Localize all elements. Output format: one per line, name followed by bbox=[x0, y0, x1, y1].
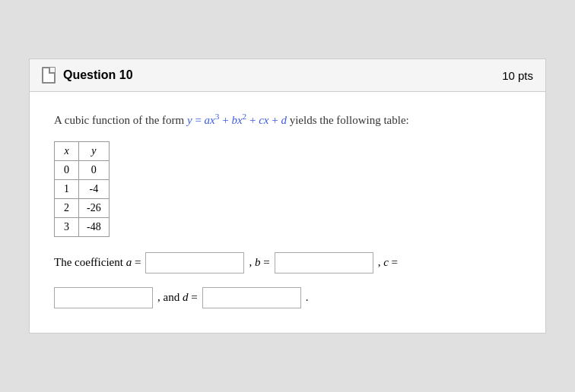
header-left: Question 10 bbox=[42, 67, 133, 84]
period: . bbox=[306, 291, 309, 304]
a-input[interactable] bbox=[145, 252, 244, 273]
coefficient-label: The coefficient a = bbox=[54, 256, 141, 269]
table-row: 2 -26 bbox=[55, 198, 110, 217]
cell-x-0: 0 bbox=[55, 160, 79, 179]
question-card: Question 10 10 pts A cubic function of t… bbox=[29, 58, 546, 334]
cell-y-0: 0 bbox=[79, 160, 110, 179]
problem-text: A cubic function of the form y = ax3 + b… bbox=[54, 110, 521, 129]
question-points: 10 pts bbox=[502, 69, 533, 82]
data-table: x y 0 0 1 -4 2 -26 3 -48 bbox=[54, 141, 110, 237]
cell-x-3: 3 bbox=[55, 217, 79, 236]
c-label: , c = bbox=[378, 256, 398, 269]
question-body: A cubic function of the form y = ax3 + b… bbox=[30, 92, 545, 333]
cell-y-1: -4 bbox=[79, 179, 110, 198]
table-row: 0 0 bbox=[55, 160, 110, 179]
c-input[interactable] bbox=[54, 287, 153, 308]
text-after: yields the following table: bbox=[290, 114, 409, 126]
text-before: A cubic function of the form bbox=[54, 114, 187, 126]
table-header-row: x y bbox=[55, 141, 110, 160]
table-row: 3 -48 bbox=[55, 217, 110, 236]
table-row: 1 -4 bbox=[55, 179, 110, 198]
question-header: Question 10 10 pts bbox=[30, 59, 545, 92]
d-input[interactable] bbox=[202, 287, 301, 308]
b-label: , b = bbox=[249, 256, 269, 269]
cell-y-2: -26 bbox=[79, 198, 110, 217]
cell-x-2: 2 bbox=[55, 198, 79, 217]
equation: y = ax3 + bx2 + cx + d bbox=[187, 114, 290, 126]
second-row: , and d = . bbox=[54, 287, 521, 308]
col-x-header: x bbox=[55, 141, 79, 160]
col-y-header: y bbox=[79, 141, 110, 160]
cell-x-1: 1 bbox=[55, 179, 79, 198]
coefficient-row: The coefficient a = , b = , c = bbox=[54, 252, 521, 273]
cell-y-3: -48 bbox=[79, 217, 110, 236]
b-input[interactable] bbox=[275, 252, 373, 273]
and-d-label: , and d = bbox=[157, 291, 198, 304]
document-icon bbox=[42, 67, 56, 84]
question-title: Question 10 bbox=[63, 68, 133, 82]
